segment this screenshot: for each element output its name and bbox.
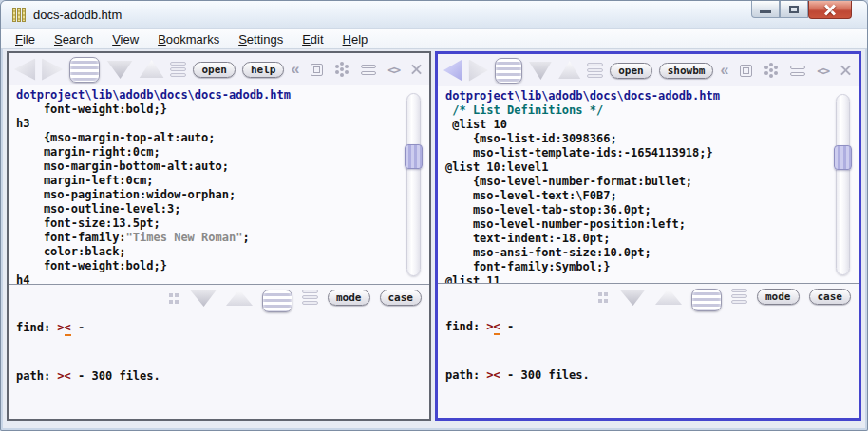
close-pane-icon[interactable] [410,64,422,75]
two-lines-icon[interactable] [790,66,805,76]
scrollbar-thumb[interactable] [834,145,852,170]
code-view[interactable]: dotproject\lib\adodb\docs\docs-adodb.htm… [438,86,859,283]
view-stack-button[interactable] [262,290,292,312]
menu-item-settings[interactable]: Settings [230,30,292,48]
find-up-button[interactable] [226,290,253,307]
menu-item-help[interactable]: Help [334,30,377,48]
menu-item-bookmarks[interactable]: Bookmarks [149,30,228,48]
collapse-left-icon[interactable]: « [291,62,299,77]
status-text: find: >< - path: >< - 300 files. [16,288,160,417]
find-down-button[interactable] [190,290,217,307]
back-button[interactable] [14,59,35,81]
menu-bar: File Search View Bookmarks Settings Edit… [1,28,867,49]
menu-item-edit[interactable]: Edit [293,30,331,48]
showbm-button[interactable]: showbm [659,63,714,79]
window-title: docs-adodb.htm [33,8,122,22]
search-down-button[interactable] [106,60,132,79]
path-row[interactable]: path: >< - 300 files. [16,368,160,384]
code-line: h4 [16,273,429,284]
scrollbar-track[interactable] [406,93,421,276]
grid-dots-icon[interactable] [598,292,602,296]
app-icon [12,8,27,22]
code-line: font-family:"Times New Roman"; [16,231,429,245]
search-up-button[interactable] [140,60,164,79]
code-line: text-indent:-18.0pt; [445,232,859,246]
help-button[interactable]: help [242,62,285,78]
mode-button[interactable]: mode [328,290,370,306]
code-line: mso-level-number-position:left; [445,217,859,232]
two-lines-icon[interactable] [361,65,376,75]
title-bar[interactable]: docs-adodb.htm [1,1,867,28]
code-line: h3 [16,117,429,131]
code-line: margin-left:0cm; [16,174,429,188]
menu-item-view[interactable]: View [104,30,147,48]
code-line: mso-outline-level:3; [16,202,429,216]
frame-icon[interactable] [311,64,323,76]
view-stack-button[interactable] [495,58,522,84]
collapse-left-icon[interactable]: « [720,63,728,78]
status-text: find: >< - path: >< - 300 files. [445,287,590,416]
code-line: margin-right:0cm; [16,145,429,159]
dot-circle-icon[interactable] [769,68,773,72]
dot-circle-icon[interactable] [340,67,344,71]
list-lines-button[interactable] [170,62,186,77]
open-button[interactable]: open [193,62,236,78]
scrollbar-track[interactable] [836,94,850,275]
close-icon [824,4,836,15]
frame-icon[interactable] [740,65,752,77]
list-lines-button[interactable] [731,289,747,304]
back-button[interactable] [443,60,462,82]
code-lines: /* List Definitions */ @list 10 {mso-lis… [445,103,859,283]
status-icons: mode case [598,287,851,416]
code-line: mso-level-text:\F0B7; [445,189,859,203]
path-row[interactable]: path: >< - 300 files. [445,367,590,384]
toolbar: open showbm « <> [438,54,859,86]
toolbar: open help « <> [9,53,429,85]
search-up-button[interactable] [558,61,580,80]
menu-item-search[interactable]: Search [46,30,102,48]
find-row[interactable]: find: >< - [16,320,160,336]
case-button[interactable]: case [380,290,423,306]
code-brackets-icon[interactable]: <> [387,63,399,77]
code-line: mso-margin-bottom-alt:auto; [16,159,429,174]
pane-left: open help « <> dotproject\lib\adodb\docs… [7,51,431,421]
code-line: /* List Definitions */ [445,103,859,118]
code-line: @list 10 [445,118,859,132]
view-stack-button[interactable] [69,57,100,83]
list-lines-button[interactable] [587,63,603,78]
toolbar-right-icons: « <> [720,63,851,78]
app-window: docs-adodb.htm File Search View Bookmark… [0,0,868,431]
forward-button[interactable] [42,59,63,81]
mode-button[interactable]: mode [757,289,800,305]
minimize-button[interactable] [751,1,780,18]
find-down-button[interactable] [619,289,646,306]
code-line: mso-pagination:widow-orphan; [16,188,429,202]
code-line: {mso-level-number-format:bullet; [445,175,859,189]
code-line: {mso-list-id:3098366; [445,132,859,146]
grid-dots-icon[interactable] [169,293,173,297]
list-lines-button[interactable] [302,290,318,305]
window-controls [751,1,852,19]
view-stack-button[interactable] [691,289,722,311]
status-bar: find: >< - path: >< - 300 files. mode ca… [9,284,429,419]
find-row[interactable]: find: >< - [445,319,590,335]
code-line: font-weight:bold;} [16,103,429,117]
file-path: dotproject\lib\adodb\docs\docs-adodb.htm [16,88,429,103]
close-button[interactable] [808,1,852,19]
code-line: mso-ansi-font-size:10.0pt; [445,246,859,260]
close-pane-icon[interactable] [840,65,851,76]
file-path: dotproject\lib\adodb\docs\docs-adodb.htm [445,89,859,103]
menu-item-file[interactable]: File [7,30,44,48]
maximize-button[interactable] [780,1,808,18]
code-line: {mso-margin-top-alt:auto; [16,131,429,145]
scrollbar-thumb[interactable] [405,144,423,169]
open-button[interactable]: open [610,63,652,79]
code-line: color:black; [16,245,429,259]
code-line: @list 10:level1 [445,160,859,175]
search-down-button[interactable] [529,61,553,80]
code-view[interactable]: dotproject\lib\adodb\docs\docs-adodb.htm… [9,85,429,284]
case-button[interactable]: case [809,289,852,305]
forward-button[interactable] [469,60,488,82]
find-up-button[interactable] [655,289,682,306]
code-brackets-icon[interactable]: <> [817,64,828,78]
